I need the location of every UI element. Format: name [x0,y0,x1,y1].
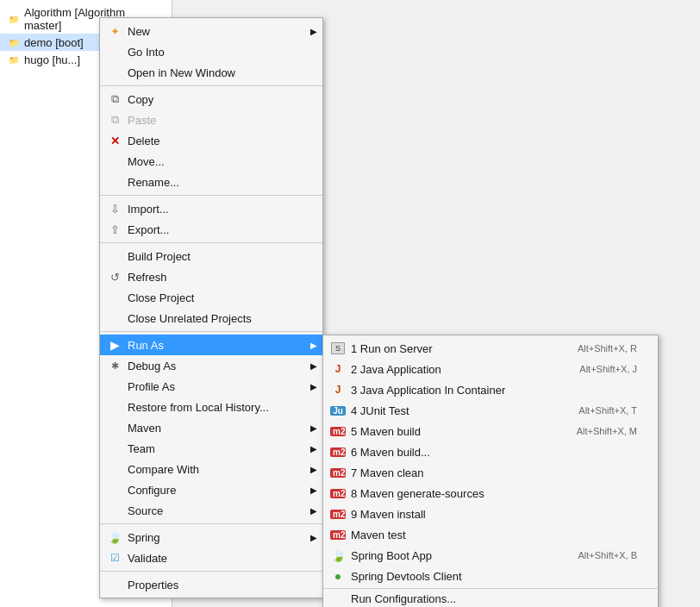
menu-item-configure[interactable]: Configure ▶ [100,479,322,500]
close-unrelated-icon [107,310,122,326]
submenu-item-junit[interactable]: Ju 4 JUnit Test Alt+Shift+X, T [323,400,658,421]
submenu-item-label: 5 Maven build [351,425,554,438]
menu-item-spring[interactable]: 🍃 Spring ▶ [100,527,322,548]
spring-boot-icon: 🍃 [330,548,346,563]
maven-icon [107,420,122,435]
submenu-item-maven-build[interactable]: m2 5 Maven build Alt+Shift+X, M [323,421,658,441]
menu-item-validate[interactable]: ☑ Validate [100,548,322,568]
menu-item-label: Run As [128,339,302,352]
menu-item-rename[interactable]: Rename... [100,172,322,192]
submenu-item-run-on-server[interactable]: S 1 Run on Server Alt+Shift+X, R [323,338,658,359]
menu-item-profile-as[interactable]: Profile As ▶ [100,376,322,397]
menu-item-label: Paste [128,114,302,127]
submenu-item-java-app[interactable]: J 2 Java Application Alt+Shift+X, J [323,359,658,379]
menu-item-label: Debug As [128,360,302,372]
menu-item-source[interactable]: Source ▶ [100,500,322,521]
submenu-item-label: 3 Java Application In Container [351,384,637,397]
menu-item-copy[interactable]: ⧉ Copy [100,89,322,110]
submenu-item-maven-build2[interactable]: m2 6 Maven build... [323,441,658,462]
menu-item-label: Build Project [128,250,302,263]
menu-item-label: Configure [128,484,302,497]
compare-submenu-arrow: ▶ [310,465,317,474]
maven-gen-icon: m2 [330,485,346,501]
menu-item-build[interactable]: Build Project [100,246,322,266]
menu-item-debug-as[interactable]: ✱ Debug As ▶ [100,355,322,376]
submenu-item-spring-boot[interactable]: 🍃 Spring Boot App Alt+Shift+X, B [323,545,658,566]
submenu-item-spring-devtools[interactable]: ● Spring Devtools Client [323,566,658,586]
menu-item-label: Rename... [128,176,302,189]
menu-item-maven[interactable]: Maven ▶ [100,417,322,438]
profile-as-icon [107,379,122,394]
submenu-shortcut: Alt+Shift+X, J [562,364,637,374]
menu-item-export[interactable]: ⇧ Export... [100,219,322,240]
submenu-item-run-configs[interactable]: Run Configurations... [323,588,658,607]
compare-icon [107,461,122,477]
debug-as-icon: ✱ [107,358,122,373]
menu-item-label: Profile As [128,380,302,393]
submenu-item-label: 4 JUnit Test [351,404,556,417]
menu-item-team[interactable]: Team ▶ [100,438,322,459]
submenu-item-maven-install[interactable]: m2 9 Maven install [323,504,658,524]
context-menu: ✦ New ▶ Go Into Open in New Window ⧉ Cop… [99,17,323,598]
menu-item-close-project[interactable]: Close Project [100,287,322,308]
menu-item-properties[interactable]: Properties [100,574,322,595]
team-submenu-arrow: ▶ [310,444,317,454]
run-as-submenu-arrow: ▶ [310,341,317,350]
menu-item-label: Properties [128,579,302,591]
submenu-item-maven-clean[interactable]: m2 7 Maven clean [323,462,658,483]
maven-build2-icon: m2 [330,444,346,460]
submenu-item-label: 6 Maven build... [351,446,637,459]
submenu-shortcut: Alt+Shift+X, M [559,426,637,436]
menu-item-label: Import... [128,203,302,216]
separator-3 [100,242,322,243]
source-icon [107,503,122,518]
go-into-icon [107,44,122,59]
menu-item-new[interactable]: ✦ New ▶ [100,21,322,41]
team-icon [107,441,122,456]
menu-item-delete[interactable]: ✕ Delete [100,130,322,151]
menu-item-label: Refresh [128,271,302,284]
menu-item-move[interactable]: Move... [100,151,322,172]
spring-submenu-arrow: ▶ [310,533,317,542]
source-submenu-arrow: ▶ [310,506,317,516]
configure-submenu-arrow: ▶ [310,485,317,495]
menu-item-restore[interactable]: Restore from Local History... [100,397,322,417]
menu-item-close-unrelated[interactable]: Close Unrelated Projects [100,308,322,329]
java-container-icon: J [330,382,346,397]
menu-item-label: Copy [128,93,302,106]
submenu-item-java-container[interactable]: J 3 Java Application In Container [323,379,658,400]
tree-item-icon: 📁 [7,53,21,66]
submenu-item-maven-test[interactable]: m2 Maven test [323,524,658,545]
menu-item-label: Team [128,442,302,455]
delete-icon: ✕ [107,133,122,148]
menu-item-go-into[interactable]: Go Into [100,41,322,62]
menu-item-label: Validate [128,552,302,565]
menu-item-paste[interactable]: ⧉ Paste [100,110,322,130]
debug-as-submenu-arrow: ▶ [310,361,317,371]
menu-item-run-as[interactable]: ▶ Run As ▶ [100,335,322,355]
menu-item-compare-with[interactable]: Compare With ▶ [100,459,322,479]
submenu-item-label: Maven test [351,529,637,541]
menu-item-label: Maven [128,422,302,435]
menu-item-label: Compare With [128,463,302,476]
submenu-item-label: Spring Boot App [351,549,556,562]
submenu-shortcut: Alt+Shift+X, R [560,343,637,354]
close-project-icon [107,290,122,305]
spring-devtools-icon: ● [330,568,346,584]
menu-item-label: Spring [128,531,302,544]
restore-icon [107,399,122,415]
maven-install-icon: m2 [330,506,346,522]
submenu-arrow-icon: ▶ [310,27,317,36]
submenu-item-label: 2 Java Application [351,363,557,376]
profile-as-submenu-arrow: ▶ [310,382,317,391]
configure-icon [107,482,122,497]
submenu-item-label: 7 Maven clean [351,466,637,479]
submenu-shortcut: Alt+Shift+X, B [561,550,637,560]
submenu-item-maven-gen[interactable]: m2 8 Maven generate-sources [323,483,658,504]
menu-item-label: Move... [128,155,302,168]
junit-icon: Ju [330,403,346,418]
menu-item-refresh[interactable]: ↺ Refresh [100,266,322,287]
import-icon: ⇩ [107,201,122,216]
menu-item-import[interactable]: ⇩ Import... [100,198,322,219]
menu-item-open-window[interactable]: Open in New Window [100,62,322,83]
